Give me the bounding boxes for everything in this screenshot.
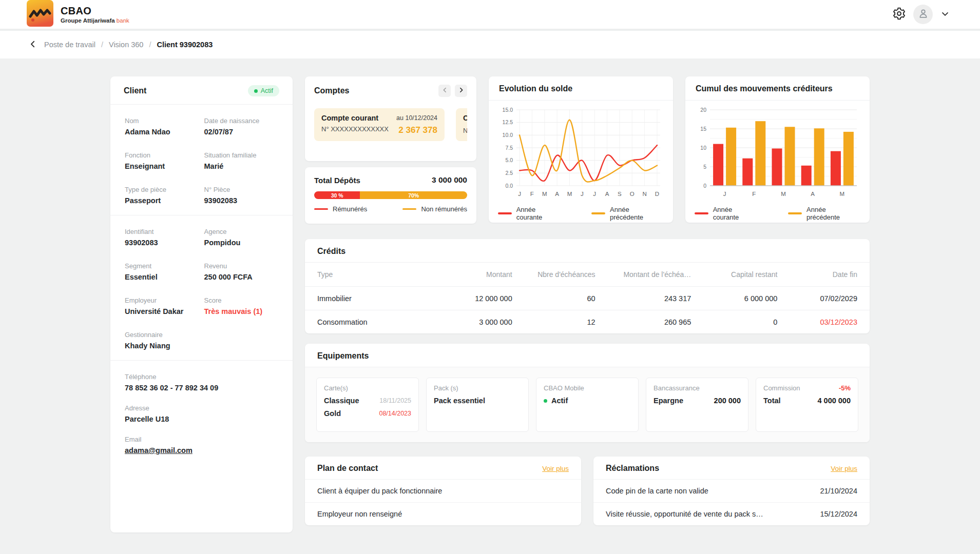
credits-row-consommation: Consommation 3 000 000 12 260 965 0 03/1… <box>305 310 870 333</box>
field-agence: AgencePompidou <box>204 228 279 247</box>
svg-text:M: M <box>781 191 786 197</box>
total-depots-title: Total Dépôts <box>314 176 360 185</box>
svg-text:J: J <box>593 191 596 197</box>
user-menu-button[interactable] <box>940 9 950 21</box>
account-card-courant: Compte courant au 10/12/2024 N° XXXXXXXX… <box>314 108 445 141</box>
field-gestionnaire: GestionnaireKhady Niang <box>125 331 199 350</box>
field-email: Emailadama@gmail.com <box>125 436 278 454</box>
legend-line-icon <box>314 208 328 210</box>
svg-text:M: M <box>840 191 845 197</box>
chevron-down-icon <box>940 9 950 21</box>
breadcrumb-current: Client 93902083 <box>157 41 213 49</box>
settings-button[interactable] <box>892 7 906 22</box>
credits-row-immobilier: Immobilier 12 000 000 60 243 317 6 000 0… <box>305 287 870 310</box>
deposits-segment-non-remuneres: 70% <box>360 191 467 199</box>
status-dot-icon <box>254 89 258 93</box>
svg-text:O: O <box>630 191 635 197</box>
field-score: ScoreTrès mauvais (1) <box>204 296 279 315</box>
plan-title: Plan de contact <box>317 464 378 473</box>
equip-cartes-card: Carte(s) Classique18/11/2025 Gold08/14/2… <box>316 378 419 432</box>
accounts-prev-button[interactable] <box>438 85 451 97</box>
reclamations-title: Réclamations <box>606 464 659 473</box>
field-revenu: Revenu250 000 FCFA <box>204 262 279 281</box>
svg-text:0: 0 <box>703 183 706 189</box>
total-depots-card: Total Dépôts 3 000 000 30 % 70% Rémunéré… <box>305 167 476 224</box>
svg-text:D: D <box>655 191 659 197</box>
credits-card: Crédits Type Montant Nbre d'échéances Mo… <box>305 239 870 333</box>
right-column: Comptes <box>305 76 870 525</box>
equip-pack-card: Pack (s) Pack essentiel <box>426 378 529 432</box>
legend-annee-courante: Année courante <box>498 206 563 221</box>
brand-subtitle: Groupe Attijariwafa bank <box>61 17 129 24</box>
svg-text:20: 20 <box>700 107 706 113</box>
app-header: CBAO Groupe Attijariwafa bank <box>0 0 980 31</box>
credits-table-header: Type Montant Nbre d'échéances Montant de… <box>305 263 870 286</box>
svg-text:15: 15 <box>700 126 706 132</box>
svg-text:5.0: 5.0 <box>505 157 513 163</box>
svg-text:2.5: 2.5 <box>505 170 513 176</box>
client-card: Client Actif NomAdama Ndao Date de naiss… <box>110 76 293 532</box>
breadcrumb-item-poste-de-travail[interactable]: Poste de travail <box>44 41 95 49</box>
field-segment: SegmentEssentiel <box>125 262 199 281</box>
brand-group: Groupe Attijariwafa <box>61 17 115 24</box>
person-icon <box>917 8 929 22</box>
user-avatar[interactable] <box>913 5 933 24</box>
plan-item: Client à équiper du pack fonctionnaire <box>305 479 581 502</box>
account-card-next-clipped: Co N° <box>456 108 467 141</box>
plan-item: Employeur non renseigné <box>305 502 581 525</box>
cumul-bar-chart: 05101520JFMAM <box>695 105 860 200</box>
brand-block: CBAO Groupe Attijariwafa bank <box>27 0 129 29</box>
svg-text:F: F <box>752 191 756 197</box>
reclamations-voir-plus-link[interactable]: Voir plus <box>831 465 857 472</box>
deposits-progress-bar: 30 % 70% <box>314 191 467 199</box>
field-identifiant: Identifiant93902083 <box>125 228 199 247</box>
svg-text:12.5: 12.5 <box>503 119 513 125</box>
cumul-mouvements-card: Cumul des mouvements créditeurs 05101520… <box>685 76 870 223</box>
legend-line-icon <box>695 212 708 214</box>
accounts-next-button[interactable] <box>455 85 467 97</box>
status-dot-icon <box>544 399 547 403</box>
plan-voir-plus-link[interactable]: Voir plus <box>542 465 569 472</box>
legend-line-icon <box>788 212 802 214</box>
legend-remuneres: Rémunérés <box>314 205 367 213</box>
svg-text:15.0: 15.0 <box>503 107 513 113</box>
svg-text:F: F <box>530 191 534 197</box>
reclamations-card: Réclamations Voir plus Code pin de la ca… <box>593 457 870 525</box>
back-button[interactable] <box>28 39 37 50</box>
equipements-title: Equipements <box>317 351 369 361</box>
status-badge-label: Actif <box>261 87 273 94</box>
email-link[interactable]: adama@gmail.com <box>125 446 278 454</box>
breadcrumb-separator: / <box>149 41 151 49</box>
header-actions <box>892 5 950 24</box>
brand-bank: bank <box>117 17 129 24</box>
evolution-solde-card: Evolution du solde 0.02.55.07.510.012.51… <box>489 76 673 223</box>
svg-text:M: M <box>567 191 572 197</box>
field-employeur: EmployeurUniversité Dakar <box>125 296 199 315</box>
svg-text:10.0: 10.0 <box>503 132 513 138</box>
field-adresse: AdresseParcelle U18 <box>125 404 278 423</box>
field-date-naissance: Date de naissance02/07/87 <box>204 117 279 136</box>
comptes-column: Comptes <box>305 76 476 224</box>
client-contact-group: Téléphone78 852 36 02 - 77 892 34 09 Adr… <box>110 361 293 465</box>
accounts-carousel: Compte courant au 10/12/2024 N° XXXXXXXX… <box>314 108 467 141</box>
cumul-title: Cumul des mouvements créditeurs <box>696 84 833 93</box>
chevron-left-icon <box>441 87 448 95</box>
svg-text:N: N <box>642 191 646 197</box>
svg-text:J: J <box>723 191 726 197</box>
legend-non-remuneres: Non rémunérés <box>402 205 467 213</box>
breadcrumb-item-vision-360[interactable]: Vision 360 <box>109 41 143 49</box>
equip-commission-card: Commission-5% Total4 000 000 <box>756 378 858 432</box>
field-fonction: FonctionEnseignant <box>125 151 199 170</box>
evolution-title: Evolution du solde <box>499 84 572 93</box>
svg-text:0.0: 0.0 <box>505 183 513 189</box>
main-content: Client Actif NomAdama Ndao Date de naiss… <box>0 58 980 532</box>
breadcrumb-separator: / <box>101 41 103 49</box>
legend-annee-precedente: Année précédente <box>788 206 860 221</box>
gear-icon <box>892 7 906 22</box>
equipements-card: Equipements Carte(s) Classique18/11/2025… <box>305 344 870 442</box>
equip-mobile-card: CBAO Mobile Actif <box>536 378 639 432</box>
total-depots-amount: 3 000 000 <box>432 175 467 185</box>
svg-text:10: 10 <box>700 145 706 151</box>
legend-line-icon <box>498 212 512 214</box>
brand-name: CBAO <box>61 5 129 17</box>
